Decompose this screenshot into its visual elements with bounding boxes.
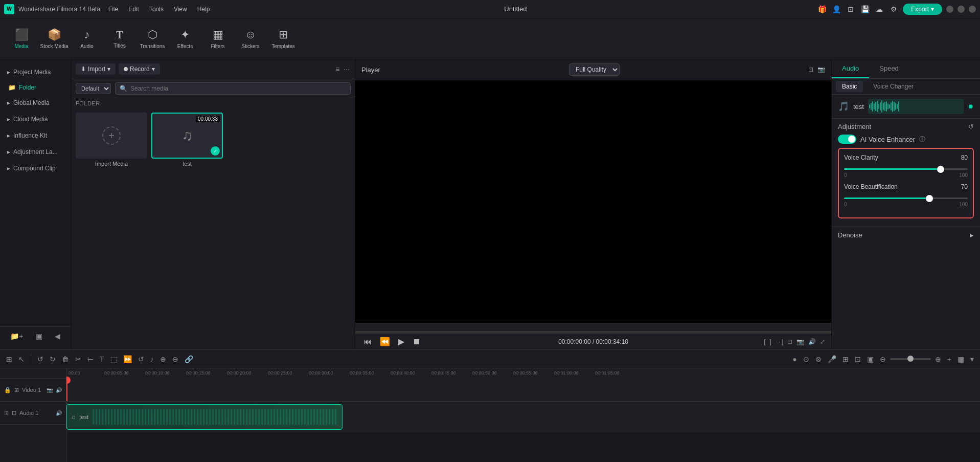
track-video1-vol-icon[interactable]: 🔊	[56, 387, 62, 393]
record-button[interactable]: Record ▾	[119, 63, 160, 75]
zoom-slider[interactable]	[890, 358, 931, 360]
voice-clarity-slider[interactable]	[844, 168, 968, 170]
track-video1-cam-icon[interactable]: 📷	[47, 387, 53, 393]
nav-project-media[interactable]: ▸ Project Media	[2, 64, 69, 80]
tl-select-icon[interactable]: ↖	[16, 355, 27, 363]
track-audio1-eye-icon[interactable]: ⊡	[12, 410, 16, 416]
collapse-icon[interactable]: ◀	[54, 331, 61, 341]
audio-toggle-icon[interactable]: ⏺	[968, 103, 974, 110]
crop-preview-icon[interactable]: ⊡	[787, 338, 792, 345]
save-icon[interactable]: 💾	[860, 4, 870, 14]
track-eye-icon[interactable]: ⊞	[14, 387, 19, 393]
tl-text-icon[interactable]: T	[98, 355, 106, 363]
more-options-icon[interactable]: ···	[343, 64, 351, 74]
maximize-button[interactable]	[958, 6, 965, 13]
tl-split-clip-icon[interactable]: ⊢	[85, 355, 96, 363]
preview-scrubber[interactable]	[355, 323, 831, 333]
user-icon[interactable]: 👤	[831, 4, 841, 14]
tl-cut-icon[interactable]: ✂	[73, 355, 83, 363]
ai-voice-toggle[interactable]	[838, 135, 856, 144]
quality-select[interactable]: Full Quality 1/2 1/4	[569, 63, 620, 76]
tl-zoom-in-icon[interactable]: ⊕	[933, 355, 943, 363]
audio-preview-icon[interactable]: 🔊	[808, 338, 816, 345]
tl-paste-icon[interactable]: ⊖	[170, 355, 180, 363]
layout-icon[interactable]: ⊡	[846, 4, 856, 14]
tl-shield-icon[interactable]: ⊗	[813, 355, 824, 363]
tool-templates[interactable]: ⊞ Templates	[268, 21, 299, 57]
track-lock-icon[interactable]: 🔒	[4, 387, 11, 393]
search-input[interactable]	[130, 85, 346, 92]
mark-in-icon[interactable]: [	[764, 338, 765, 345]
menu-file[interactable]: File	[104, 5, 122, 14]
subtab-basic[interactable]: Basic	[836, 81, 863, 92]
tl-camera-icon[interactable]: ●	[790, 355, 799, 363]
tl-record-icon[interactable]: ⊙	[801, 355, 811, 363]
nav-global-media[interactable]: ▸ Global Media	[2, 95, 69, 111]
tl-redo-icon[interactable]: ↻	[48, 355, 58, 363]
close-button[interactable]	[969, 6, 976, 13]
tool-filters[interactable]: ▦ Filters	[202, 21, 233, 57]
dual-screen-icon[interactable]: ⊡	[808, 66, 813, 73]
tl-more-icon[interactable]: ▾	[968, 355, 976, 363]
tl-mic-icon[interactable]: 🎤	[826, 355, 838, 363]
menu-help[interactable]: Help	[193, 5, 214, 14]
tl-rotate-icon[interactable]: ↺	[136, 355, 146, 363]
snapshot-btn-icon[interactable]: 📷	[796, 338, 804, 345]
nav-influence-kit[interactable]: ▸ Influence Kit	[2, 128, 69, 143]
menu-edit[interactable]: Edit	[124, 5, 143, 14]
import-button[interactable]: ⬇ Import ▾	[76, 63, 116, 75]
snapshot-icon[interactable]: 📷	[817, 66, 825, 73]
menu-tools[interactable]: Tools	[145, 5, 168, 14]
tl-crop-icon[interactable]: ⬚	[108, 355, 119, 363]
timeline-ruler[interactable]: 00:00 00:00:05:00 00:00:10:00 00:00:15:0…	[66, 368, 980, 379]
subtab-voice-changer[interactable]: Voice Changer	[867, 81, 920, 92]
tl-split-icon[interactable]: ⊞	[4, 355, 14, 363]
tl-add-track-icon[interactable]: +	[945, 355, 953, 363]
tool-audio[interactable]: ♪ Audio	[72, 21, 102, 57]
tool-transitions[interactable]: ⬡ Transitions	[137, 21, 168, 57]
play-button[interactable]: ▶	[396, 337, 406, 346]
nav-cloud-media[interactable]: ▸ Cloud Media	[2, 112, 69, 127]
tl-undo-icon[interactable]: ↺	[35, 355, 45, 363]
mark-out-icon[interactable]: ]	[770, 338, 771, 345]
tl-text2-icon[interactable]: ⊞	[840, 355, 851, 363]
minimize-button[interactable]	[946, 6, 953, 13]
tool-media[interactable]: ⬛ Media	[6, 21, 37, 57]
track-audio1-vol-icon[interactable]: 🔊	[56, 410, 62, 416]
stop-button[interactable]: ⏹	[411, 337, 423, 346]
add-media-button[interactable]: +	[102, 126, 121, 145]
gift-icon[interactable]: 🎁	[817, 4, 827, 14]
nav-compound-clip[interactable]: ▸ Compound Clip	[2, 161, 69, 176]
fullscreen-icon[interactable]: ⤢	[820, 338, 825, 345]
playhead[interactable]	[66, 379, 67, 401]
tl-link-icon[interactable]: 🔗	[183, 355, 195, 363]
tool-effects[interactable]: ✦ Effects	[170, 21, 200, 57]
skip-back-button[interactable]: ⏮	[361, 337, 374, 346]
tl-speed-icon[interactable]: ⏩	[121, 355, 134, 363]
media-item-import[interactable]: + Import Media	[76, 113, 147, 167]
voice-beautification-slider[interactable]	[844, 197, 968, 199]
tl-audio-icon[interactable]: ♪	[148, 355, 156, 363]
denoise-title[interactable]: Denoise ▸	[838, 231, 974, 239]
import-thumb[interactable]: +	[76, 113, 147, 159]
tool-titles[interactable]: T Titles	[104, 21, 135, 57]
track-audio1-lock-icon[interactable]: ⊞	[4, 410, 9, 416]
filter-icon[interactable]: ≡	[334, 64, 340, 74]
tl-screen-icon[interactable]: ⊡	[853, 355, 863, 363]
audio-clip[interactable]: ♫ test	[66, 404, 343, 430]
info-icon[interactable]: ⓘ	[919, 135, 925, 144]
media-item-test[interactable]: ♫ 00:00:33 ✓ test	[151, 113, 223, 167]
audio-thumb[interactable]: ♫ 00:00:33 ✓	[151, 113, 223, 159]
new-folder-icon[interactable]: ▣	[35, 331, 43, 341]
settings-icon[interactable]: ⚙	[888, 4, 899, 14]
tl-delete-icon[interactable]: 🗑	[60, 355, 71, 363]
tool-stickers[interactable]: ☺ Stickers	[235, 21, 266, 57]
adjustment-reset-icon[interactable]: ↺	[968, 123, 974, 130]
insert-icon[interactable]: →|	[776, 338, 783, 345]
add-folder-icon[interactable]: 📁+	[9, 331, 24, 341]
step-back-button[interactable]: ⏪	[378, 337, 392, 346]
nav-adjustment-layer[interactable]: ▸ Adjustment La...	[2, 144, 69, 160]
export-button[interactable]: Export ▾	[903, 4, 942, 15]
tl-zoom-out-icon[interactable]: ⊖	[878, 355, 888, 363]
view-select[interactable]: Default	[76, 83, 111, 94]
